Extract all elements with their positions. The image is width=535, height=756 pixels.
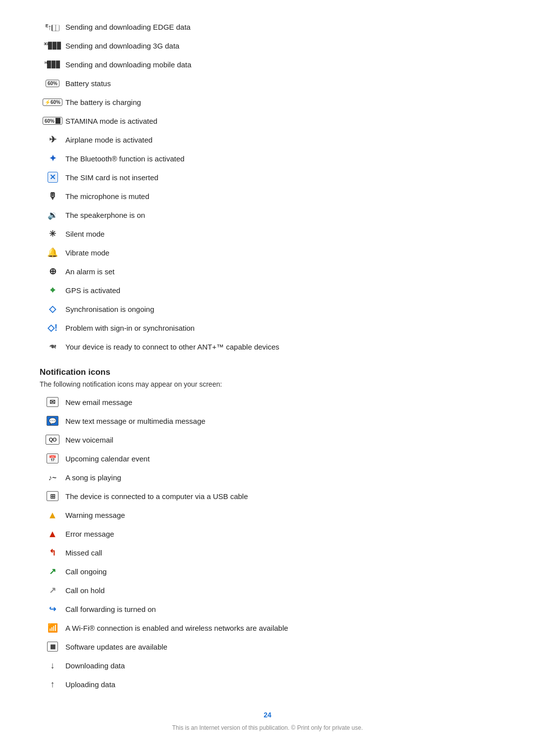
airplane-label: Airplane mode is activated [65,136,495,144]
vibrate-label: Vibrate mode [65,249,495,257]
sync-warn-label: Problem with sign-in or synchronisation [65,324,495,332]
notification-section: Notification icons The following notific… [40,367,495,691]
music-icon: ♪~ [40,473,65,482]
silent-label: Silent mode [65,230,495,238]
gps-label: GPS is activated [65,286,495,295]
stamina-box: 60% [43,117,62,125]
call-ongoing-icon: ↗ [40,566,65,577]
missed-call-icon: ↰ [40,548,65,558]
status-row-edge: E↑▊▊▊ Sending and downloading EDGE data [40,20,495,34]
3g-label: Sending and downloading 3G data [65,42,495,50]
usb-icon: ⊞ [40,491,65,501]
charging-label: The battery is charging [65,98,495,106]
status-row-charging: ⚡60% The battery is charging [40,95,495,109]
download-icon: ↓ [40,660,65,671]
calendar-label: Upcoming calendar event [65,454,495,463]
upload-label: Uploading data [65,680,495,689]
update-icon: ▦ [40,642,65,652]
sim-box: ✕ [48,172,58,183]
charging-icon: ⚡60% [40,99,65,106]
notif-row-call-hold: ↗ Call on hold [40,583,495,597]
status-row-sync: ◇ Synchronisation is ongoing [40,302,495,316]
status-row-airplane: ✈ Airplane mode is activated [40,133,495,147]
usb-label: The device is connected to a computer vi… [65,492,495,501]
notif-row-upload: ↑ Uploading data [40,677,495,691]
missed-call-label: Missed call [65,549,495,557]
call-forward-label: Call forwarding is turned on [65,605,495,613]
stamina-icon: 60% [40,117,65,125]
notif-row-call-ongoing: ↗ Call ongoing [40,564,495,578]
notification-intro: The following notification icons may app… [40,380,495,388]
status-row-battery: 60% Battery status [40,76,495,90]
status-row-ant: ❧ Your device is ready to connect to oth… [40,340,495,353]
email-label: New email message [65,398,495,406]
ant-label: Your device is ready to connect to other… [65,343,495,351]
status-row-bluetooth: ✦ The Bluetooth® function is activated [40,151,495,165]
error-icon: ▲ [40,528,65,540]
notif-row-usb: ⊞ The device is connected to a computer … [40,489,495,503]
status-row-vibrate: 🔔 Vibrate mode [40,246,495,259]
edge-label: Sending and downloading EDGE data [65,23,495,31]
voicemail-icon: QO [40,435,65,445]
status-row-sync-warn: ◇! Problem with sign-in or synchronisati… [40,321,495,335]
warning-icon: ▲ [40,509,65,521]
speaker-icon: 🔉 [40,210,65,220]
status-row-silent: ✳ Silent mode [40,227,495,241]
notif-row-voicemail: QO New voicemail [40,433,495,447]
status-row-stamina: 60% STAMINA mode is activated [40,114,495,128]
airplane-icon: ✈ [40,134,65,145]
sync-label: Synchronisation is ongoing [65,305,495,313]
warning-label: Warning message [65,511,495,519]
notif-row-update: ▦ Software updates are available [40,640,495,654]
email-icon: ✉ [40,397,65,407]
status-row-3g: 3G▊▊▊ Sending and downloading 3G data [40,39,495,52]
status-row-sim: ✕ The SIM card is not inserted [40,170,495,184]
sim-icon: ✕ [40,172,65,183]
notif-row-calendar: 📅 Upcoming calendar event [40,452,495,465]
wifi-label: A Wi-Fi® connection is enabled and wirel… [65,624,495,632]
alarm-icon: ⊕ [40,266,65,277]
speaker-label: The speakerphone is on [65,211,495,219]
mic-icon: 🎙 [40,191,65,202]
notif-row-email: ✉ New email message [40,395,495,409]
call-forward-icon: ↪ [40,604,65,614]
status-row-mobile: H▊▊▊ Sending and downloading mobile data [40,57,495,71]
gps-icon: ⌖ [40,285,65,296]
voicemail-label: New voicemail [65,436,495,444]
edge-icon: E↑▊▊▊ [40,23,65,31]
notif-row-download: ↓ Downloading data [40,658,495,672]
status-icons-list: E↑▊▊▊ Sending and downloading EDGE data … [40,20,495,353]
download-label: Downloading data [65,661,495,670]
vibrate-icon: 🔔 [40,247,65,258]
mobile-label: Sending and downloading mobile data [65,60,495,69]
upload-icon: ↑ [40,679,65,690]
calendar-icon: 📅 [40,454,65,463]
battery-label: Battery status [65,79,495,88]
sync-warn-icon: ◇! [40,322,65,333]
notif-row-error: ▲ Error message [40,527,495,541]
notif-row-call-forward: ↪ Call forwarding is turned on [40,602,495,616]
page-number: 24 [40,711,495,719]
notification-heading: Notification icons [40,367,495,377]
call-hold-icon: ↗ [40,585,65,596]
sync-icon: ◇ [40,303,65,314]
battery-icon: 60% [40,80,65,87]
stamina-label: STAMINA mode is activated [65,117,495,125]
status-row-gps: ⌖ GPS is activated [40,283,495,297]
wifi-icon: 📶 [40,623,65,633]
notif-row-wifi: 📶 A Wi-Fi® connection is enabled and wir… [40,621,495,635]
notif-row-warning: ▲ Warning message [40,508,495,522]
sms-label: New text message or multimedia message [65,417,495,425]
bluetooth-icon: ✦ [40,153,65,164]
alarm-label: An alarm is set [65,267,495,276]
notif-row-sms: 💬 New text message or multimedia message [40,414,495,428]
sms-icon: 💬 [40,416,65,426]
charging-box: ⚡60% [43,99,62,106]
music-label: A song is playing [65,473,495,482]
status-row-mic: 🎙 The microphone is muted [40,189,495,203]
call-ongoing-label: Call ongoing [65,567,495,576]
notif-row-missed-call: ↰ Missed call [40,546,495,559]
error-label: Error message [65,530,495,538]
mic-label: The microphone is muted [65,192,495,201]
silent-icon: ✳ [40,229,65,239]
